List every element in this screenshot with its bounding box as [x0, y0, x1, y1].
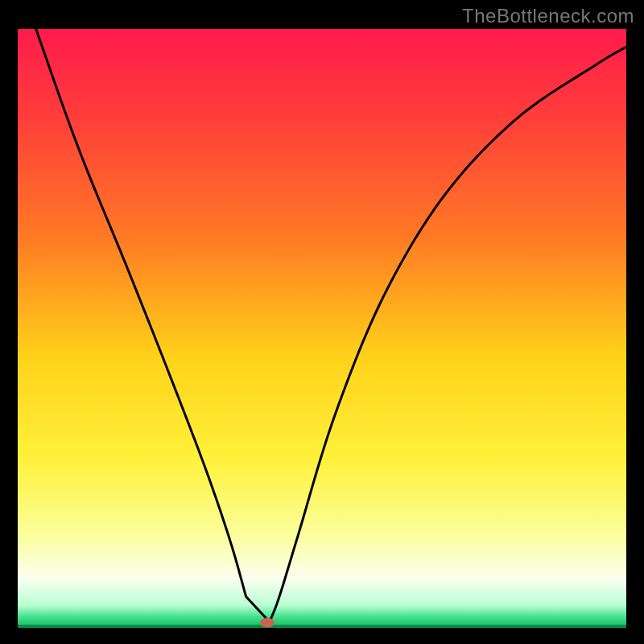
- chart-background: [18, 29, 626, 626]
- optimal-point-marker: [260, 618, 275, 628]
- chart-frame: TheBottleneck.com: [0, 0, 644, 644]
- watermark-text: TheBottleneck.com: [462, 5, 634, 27]
- bottleneck-chart: [0, 0, 644, 644]
